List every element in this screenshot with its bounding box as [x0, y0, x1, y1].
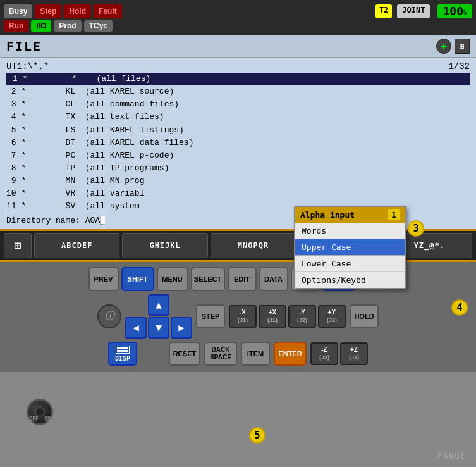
percent-value: 100	[442, 4, 463, 18]
file-row[interactable]: 9 * MN (all MN prog	[6, 175, 470, 187]
context-item-words[interactable]: Words	[295, 223, 405, 239]
badge-3: 3	[408, 220, 424, 237]
knob-label: OFF ON	[23, 416, 57, 422]
keyboard-row-2: ⓘ ▲ ◀ ▼ ▶ STEP -X(J1) +X(J1) -Y(J2) +Y(J…	[13, 294, 463, 339]
badge-4: 4	[451, 299, 468, 316]
file-row-selected[interactable]: 1 * * (all files)	[6, 73, 470, 85]
file-row[interactable]: 7 * PC (all KAREL p-code)	[6, 149, 470, 162]
axis-pos-y[interactable]: +Y(J2)	[318, 305, 346, 328]
menu-key[interactable]: MENU	[157, 267, 188, 291]
percent-symbol: %	[463, 9, 467, 16]
percent-badge: 100%	[437, 4, 472, 18]
grid-view-icon[interactable]: ⊞	[455, 39, 470, 54]
file-row[interactable]: 2 * KL (all KAREL source)	[6, 85, 470, 98]
reset-key[interactable]: RESET	[169, 342, 200, 366]
file-row[interactable]: 6 * DT (all KAREL data files)	[6, 137, 470, 149]
hold-key[interactable]: HOLD	[350, 304, 379, 328]
shift-key-left[interactable]: SHIFT	[121, 267, 154, 291]
kbd-tab-mnopqr[interactable]: MNOPQR	[211, 233, 296, 258]
axis-keys-group: -X(J1) +X(J1) -Y(J2) +Y(J2)	[229, 305, 346, 328]
axis-neg-y[interactable]: -Y(J2)	[288, 305, 316, 328]
zoom-icon[interactable]: +	[436, 39, 451, 54]
prod-btn[interactable]: Prod	[54, 20, 81, 32]
axis-neg-z[interactable]: -Z(J3)	[310, 342, 338, 365]
terminal-path: UT1:\*.*	[6, 61, 49, 72]
file-row[interactable]: 4 * TX (all text files)	[6, 111, 470, 123]
backspace-key[interactable]: BACKSPACE	[204, 342, 237, 366]
terminal-area: UT1:\*.* 1/32 1 * * (all files) 2 * KL (…	[0, 58, 476, 229]
status-bar: Busy Step Hold Fault T2 JOINT 100% Run I…	[0, 0, 476, 35]
kbd-tab-abcdef[interactable]: ABCDEF	[34, 233, 119, 258]
badge-5: 5	[249, 427, 265, 444]
edit-key[interactable]: EDIT	[228, 267, 257, 291]
z-axis-keys: -Z(J3) +Z(J3)	[310, 342, 368, 365]
context-item-options[interactable]: Options/Keybd	[295, 272, 405, 288]
io-btn[interactable]: I/O	[31, 20, 51, 32]
context-menu-title: Alpha input	[300, 210, 355, 220]
axis-pos-z[interactable]: +Z(J3)	[340, 342, 368, 365]
axis-neg-x[interactable]: -X(J1)	[229, 305, 257, 328]
context-item-lowercase[interactable]: Lower Case	[295, 256, 405, 272]
context-menu-header: Alpha input 1	[295, 207, 405, 223]
t2-badge: T2	[375, 4, 392, 18]
terminal-path-row: UT1:\*.* 1/32	[6, 61, 470, 72]
disp-key[interactable]: DISP	[108, 342, 137, 366]
run-btn[interactable]: Run	[4, 20, 28, 32]
info-key[interactable]: ⓘ	[97, 304, 121, 328]
fault-btn[interactable]: Fault	[94, 4, 122, 18]
file-row[interactable]: 3 * CF (all command files)	[6, 98, 470, 111]
arrow-up[interactable]: ▲	[148, 294, 169, 316]
context-item-uppercase[interactable]: Upper Case	[295, 239, 405, 256]
prev-key[interactable]: PREV	[88, 267, 119, 291]
arrow-right[interactable]: ▶	[171, 317, 192, 339]
file-header-icons: + ⊞	[436, 39, 470, 54]
busy-btn[interactable]: Busy	[4, 4, 32, 18]
step-key[interactable]: STEP	[196, 304, 225, 328]
arrow-cluster: ▲ ◀ ▼ ▶	[125, 294, 192, 339]
tcyc-btn[interactable]: TCyc	[84, 20, 113, 32]
file-header: FILE + ⊞	[0, 35, 476, 58]
arrow-left[interactable]: ◀	[125, 317, 147, 339]
file-row[interactable]: 8 * TP (all TP programs)	[6, 162, 470, 175]
kbd-tab-ghijkl[interactable]: GHIJKL	[122, 233, 207, 258]
context-menu: Alpha input 1 Words Upper Case Lower Cas…	[294, 206, 406, 289]
step-btn[interactable]: Step	[35, 4, 61, 18]
fanuc-logo: FANUC	[437, 452, 467, 461]
joint-badge: JOINT	[397, 4, 430, 18]
hold-btn[interactable]: Hold	[64, 4, 91, 18]
terminal-page-info: 1/32	[448, 61, 470, 72]
enter-key[interactable]: ENTER	[274, 342, 307, 366]
file-row[interactable]: 10 * VR (all variabl	[6, 187, 470, 200]
file-list: 1 * * (all files) 2 * KL (all KAREL sour…	[6, 73, 470, 213]
select-key[interactable]: SELECT	[191, 267, 225, 291]
data-key[interactable]: DATA	[259, 267, 288, 291]
context-menu-num: 1	[388, 209, 400, 220]
arrow-down[interactable]: ▼	[148, 317, 169, 339]
keyboard-row-3: DISP RESET BACKSPACE ITEM ENTER -Z(J3) +…	[13, 342, 463, 366]
directory-label: Directory name: AOA	[6, 216, 100, 225]
file-row[interactable]: 5 * LS (all KAREL listings)	[6, 124, 470, 137]
file-title: FILE	[6, 39, 42, 54]
cursor: █	[100, 216, 105, 225]
item-key[interactable]: ITEM	[241, 342, 270, 366]
keyboard-grid-icon[interactable]: ⊞	[4, 233, 32, 258]
axis-pos-x[interactable]: +X(J1)	[259, 305, 286, 328]
